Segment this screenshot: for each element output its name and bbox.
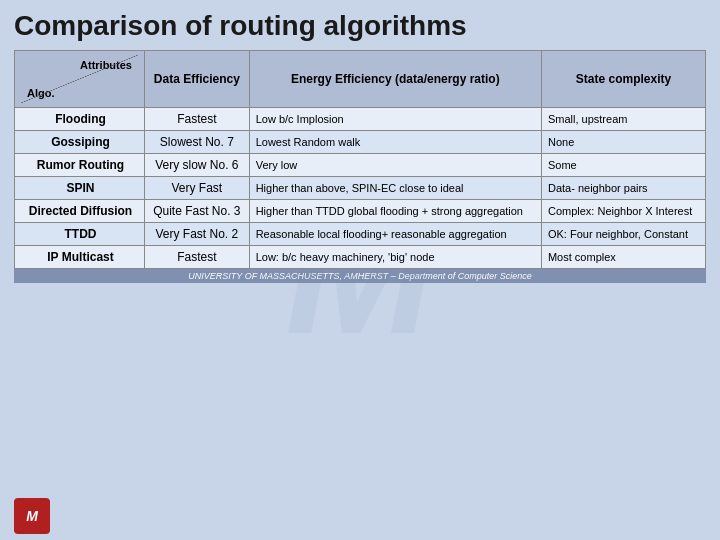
- table-row: IP MulticastFastestLow: b/c heavy machin…: [15, 246, 706, 269]
- algo-cell: Flooding: [15, 108, 145, 131]
- algo-cell: IP Multicast: [15, 246, 145, 269]
- algo-cell: Directed Diffusion: [15, 200, 145, 223]
- umass-logo: M: [14, 498, 50, 534]
- data-eff-cell: Very Fast No. 2: [145, 223, 250, 246]
- data-eff-cell: Very slow No. 6: [145, 154, 250, 177]
- col2-header: Energy Efficiency (data/energy ratio): [249, 51, 541, 108]
- energy-eff-cell: Higher than TTDD global flooding + stron…: [249, 200, 541, 223]
- state-complex-cell: Data- neighbor pairs: [541, 177, 705, 200]
- energy-eff-cell: Reasonable local flooding+ reasonable ag…: [249, 223, 541, 246]
- page-title: Comparison of routing algorithms: [14, 10, 706, 42]
- col1-header: Data Efficiency: [145, 51, 250, 108]
- comparison-table: Attributes Algo. Data Efficiency Energy …: [14, 50, 706, 269]
- diagonal-header: Attributes Algo.: [15, 51, 145, 108]
- state-complex-cell: Small, upstream: [541, 108, 705, 131]
- energy-eff-cell: Very low: [249, 154, 541, 177]
- algo-cell: SPIN: [15, 177, 145, 200]
- energy-eff-cell: Higher than above, SPIN-EC close to idea…: [249, 177, 541, 200]
- col3-header: State complexity: [541, 51, 705, 108]
- table-row: TTDDVery Fast No. 2Reasonable local floo…: [15, 223, 706, 246]
- table-row: Directed DiffusionQuite Fast No. 3Higher…: [15, 200, 706, 223]
- state-complex-cell: None: [541, 131, 705, 154]
- algo-cell: Rumor Routing: [15, 154, 145, 177]
- state-complex-cell: Most complex: [541, 246, 705, 269]
- data-eff-cell: Fastest: [145, 108, 250, 131]
- energy-eff-cell: Low: b/c heavy machinery, 'big' node: [249, 246, 541, 269]
- table-row: SPINVery FastHigher than above, SPIN-EC …: [15, 177, 706, 200]
- data-eff-cell: Slowest No. 7: [145, 131, 250, 154]
- table-row: GossipingSlowest No. 7Lowest Random walk…: [15, 131, 706, 154]
- algo-cell: Gossiping: [15, 131, 145, 154]
- data-eff-cell: Fastest: [145, 246, 250, 269]
- state-complex-cell: Some: [541, 154, 705, 177]
- energy-eff-cell: Low b/c Implosion: [249, 108, 541, 131]
- table-row: Rumor RoutingVery slow No. 6Very lowSome: [15, 154, 706, 177]
- energy-eff-cell: Lowest Random walk: [249, 131, 541, 154]
- state-complex-cell: OK: Four neighbor, Constant: [541, 223, 705, 246]
- table-row: FloodingFastestLow b/c ImplosionSmall, u…: [15, 108, 706, 131]
- algo-cell: TTDD: [15, 223, 145, 246]
- attributes-label: Attributes: [80, 59, 132, 71]
- algo-label: Algo.: [27, 87, 55, 99]
- data-eff-cell: Quite Fast No. 3: [145, 200, 250, 223]
- state-complex-cell: Complex: Neighbor X Interest: [541, 200, 705, 223]
- footer-bar: UNIVERSITY OF MASSACHUSETTS, AMHERST – D…: [14, 269, 706, 283]
- data-eff-cell: Very Fast: [145, 177, 250, 200]
